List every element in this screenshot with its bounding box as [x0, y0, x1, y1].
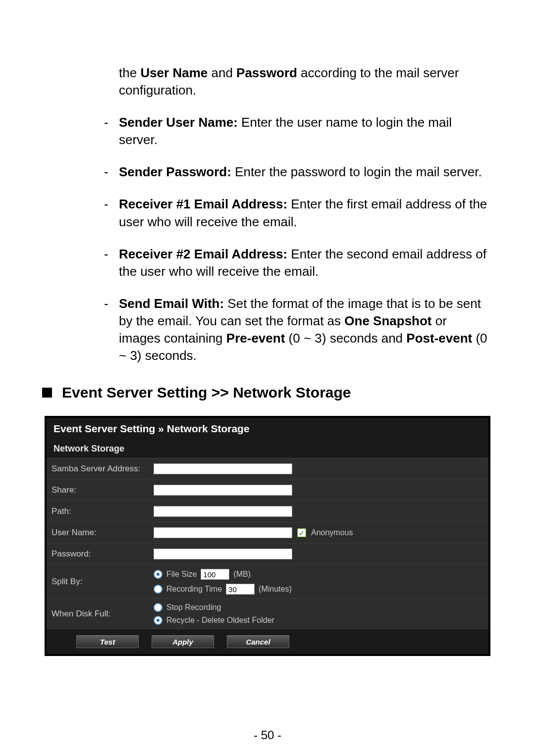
list-item-text: (0 ~ 3) seconds and — [285, 331, 406, 346]
text: the — [119, 65, 140, 80]
stop-recording-radio[interactable] — [154, 603, 162, 612]
share-input[interactable] — [154, 485, 292, 496]
split-recording-radio[interactable] — [154, 585, 162, 594]
bullet-dash-icon: - — [104, 295, 108, 312]
row-password: Password: — [47, 544, 488, 565]
recording-time-input[interactable]: 30 — [226, 584, 255, 595]
list-item: - Sender Password: Enter the password to… — [104, 163, 490, 181]
field-label: Split By: — [47, 573, 151, 591]
user-name-input[interactable] — [154, 527, 292, 538]
button-bar: Test Apply Cancel — [47, 629, 488, 654]
split-filesize-radio[interactable] — [154, 570, 162, 579]
bullet-dash-icon: - — [104, 246, 108, 263]
split-recording-label: Recording Time — [166, 585, 222, 594]
row-path: Path: — [47, 501, 488, 522]
row-share: Share: — [47, 480, 488, 501]
row-user-name: User Name: ✓ Anonymous — [47, 522, 488, 544]
anonymous-label: Anonymous — [311, 528, 353, 537]
list-item-title: Sender Password: — [119, 164, 231, 179]
list-item: - Sender User Name: Enter the user name … — [104, 114, 490, 149]
list-item-title: Receiver #2 Email Address: — [119, 247, 287, 261]
square-bullet-icon — [42, 388, 52, 398]
field-label: Share: — [47, 481, 151, 499]
test-button[interactable]: Test — [76, 635, 139, 648]
section-heading-text: Event Server Setting >> Network Storage — [62, 384, 351, 401]
list-item-title: Sender User Name: — [119, 115, 238, 130]
field-label: Password: — [47, 545, 151, 563]
list-item: - Receiver #1 Email Address: Enter the f… — [104, 196, 490, 230]
recycle-radio[interactable] — [154, 616, 162, 625]
samba-address-input[interactable] — [154, 463, 292, 474]
section-heading: Event Server Setting >> Network Storage — [45, 384, 490, 401]
settings-panel: Event Server Setting » Network Storage N… — [45, 416, 490, 656]
cancel-button[interactable]: Cancel — [227, 635, 289, 648]
recording-time-unit: (Minutes) — [259, 585, 292, 594]
intro-paragraph: the User Name and Password according to … — [119, 64, 490, 99]
field-label: Path: — [47, 503, 151, 520]
split-filesize-label: File Size — [166, 570, 197, 579]
row-disk-full: When Disk Full: Stop Recording Recycle -… — [47, 599, 488, 629]
apply-button[interactable]: Apply — [152, 635, 214, 648]
text-bold: Post-event — [406, 331, 472, 346]
field-label: Samba Server Address: — [47, 460, 151, 478]
bullet-list: - Sender User Name: Enter the user name … — [104, 114, 490, 364]
file-size-unit: (MB) — [233, 570, 251, 579]
text-bold: One Snapshot — [344, 313, 431, 328]
text: and — [208, 65, 236, 80]
list-item-title: Send Email With: — [119, 296, 224, 311]
page-number: - 50 - — [0, 728, 535, 742]
anonymous-checkbox[interactable]: ✓ — [297, 528, 306, 537]
text-bold: Pre-event — [226, 331, 285, 346]
path-input[interactable] — [154, 506, 292, 517]
field-label: When Disk Full: — [47, 605, 151, 623]
bullet-dash-icon: - — [104, 163, 108, 181]
bullet-dash-icon: - — [104, 114, 108, 131]
password-input[interactable] — [154, 549, 292, 559]
stop-recording-label: Stop Recording — [166, 603, 221, 612]
text-bold: User Name — [140, 65, 208, 80]
list-item-title: Receiver #1 Email Address: — [119, 197, 287, 211]
panel-section-label: Network Storage — [47, 442, 488, 458]
list-item-text: Enter the password to login the mail ser… — [231, 164, 482, 179]
panel-title: Event Server Setting » Network Storage — [47, 418, 488, 442]
list-item: - Receiver #2 Email Address: Enter the s… — [104, 246, 490, 280]
list-item: - Send Email With: Set the format of the… — [104, 295, 490, 364]
bullet-dash-icon: - — [104, 196, 108, 213]
text-bold: Password — [236, 65, 297, 80]
row-split-by: Split By: File Size 100 (MB) Recording T… — [47, 565, 488, 599]
recycle-label: Recycle - Delete Oldest Folder — [166, 616, 274, 625]
row-samba-address: Samba Server Address: — [47, 458, 488, 480]
field-label: User Name: — [47, 524, 151, 542]
file-size-input[interactable]: 100 — [201, 569, 229, 580]
